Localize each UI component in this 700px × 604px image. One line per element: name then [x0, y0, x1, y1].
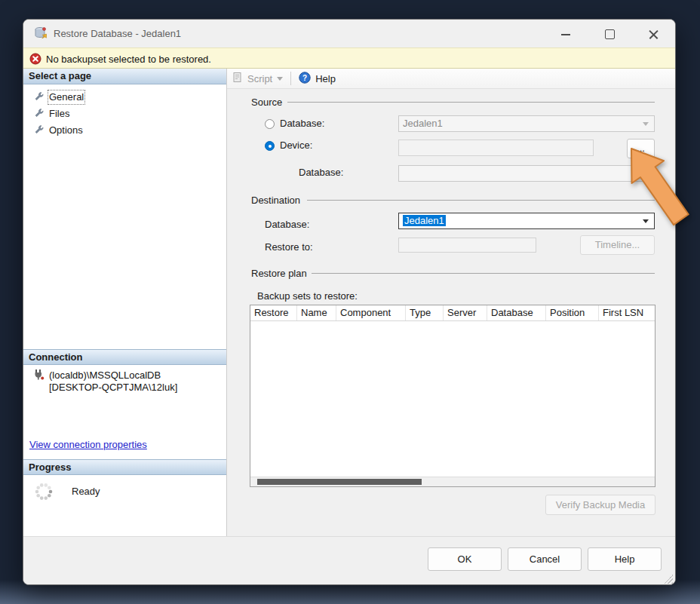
wrench-icon — [34, 91, 44, 103]
minimize-button[interactable] — [558, 26, 573, 41]
group-divider — [312, 273, 655, 274]
dialog-footer: OK Cancel Help — [23, 536, 675, 585]
warning-bar: No backupset selected to be restored. — [23, 48, 675, 69]
column-header-restore: Restore — [250, 305, 297, 320]
cancel-button[interactable]: Cancel — [508, 547, 582, 571]
database-radio-label: Database: — [280, 118, 324, 129]
connection-user: [DESKTOP-QCPTJMA\12luk] — [49, 382, 177, 394]
plug-icon — [32, 369, 45, 381]
toolbar: Script ? Help — [227, 69, 676, 89]
content-panel: Script ? Help Source Database: Jedalen1 — [227, 69, 676, 536]
sidebar-item-options[interactable]: Options — [34, 124, 83, 137]
sidebar-item-general[interactable]: General — [34, 90, 84, 104]
help-button[interactable]: Help — [588, 547, 662, 571]
warning-text: No backupset selected to be restored. — [46, 54, 211, 65]
source-database-value: Jedalen1 — [403, 118, 443, 129]
sidebar-item-files[interactable]: Files — [34, 107, 69, 121]
destination-database-label: Database: — [265, 219, 309, 230]
restore-plan-group-label: Restore plan — [251, 268, 307, 279]
scrollbar-thumb[interactable] — [257, 479, 422, 485]
help-circle-icon: ? — [299, 72, 311, 86]
group-divider — [287, 102, 655, 103]
window-title: Restore Database - Jedalen1 — [54, 28, 181, 39]
progress-header: Progress — [23, 459, 226, 475]
help-toolbar-button[interactable]: Help — [315, 73, 336, 84]
sidebar-item-label: Files — [49, 108, 69, 120]
svg-text:?: ? — [302, 73, 307, 81]
restore-database-dialog: Restore Database - Jedalen1 No backupset… — [23, 19, 676, 585]
desktop-background: Restore Database - Jedalen1 No backupset… — [0, 0, 700, 604]
table-header-row: Restore Name Component Type Server Datab… — [250, 305, 655, 321]
sidebar-item-label: General — [49, 91, 84, 103]
script-document-icon — [232, 72, 243, 85]
column-header-server: Server — [444, 305, 487, 320]
connection-header: Connection — [23, 349, 226, 365]
connection-info: (localdb)\MSSQLLocalDB [DESKTOP-QCPTJMA\… — [49, 369, 177, 394]
spinner-icon — [34, 482, 54, 501]
ok-button[interactable]: OK — [428, 547, 502, 571]
select-a-page-header: Select a page — [23, 69, 226, 84]
device-radio[interactable] — [265, 141, 275, 151]
orange-arrow-pointer — [612, 145, 700, 235]
destination-database-value: Jedalen1 — [403, 215, 446, 226]
script-button: Script — [247, 73, 272, 84]
backup-sets-label: Backup sets to restore: — [257, 290, 358, 302]
column-header-name: Name — [297, 305, 336, 320]
titlebar[interactable]: Restore Database - Jedalen1 — [23, 20, 675, 48]
connection-server: (localdb)\MSSQLLocalDB — [49, 369, 177, 382]
toolbar-separator — [290, 72, 291, 85]
group-divider — [307, 200, 655, 201]
column-header-type: Type — [406, 305, 444, 320]
backup-sets-table: Restore Name Component Type Server Datab… — [250, 305, 655, 487]
database-radio[interactable] — [265, 119, 275, 129]
close-button[interactable] — [646, 26, 661, 41]
wrench-icon — [34, 108, 44, 120]
horizontal-scrollbar[interactable] — [250, 477, 655, 486]
sidebar: Select a page General Files Options Con — [23, 69, 227, 536]
source-database2-label: Database: — [299, 167, 343, 178]
chevron-down-icon — [277, 77, 283, 81]
column-header-database: Database — [487, 305, 546, 320]
maximize-button[interactable] — [602, 26, 617, 41]
column-header-position: Position — [546, 305, 599, 320]
restore-to-input — [398, 238, 536, 253]
chevron-down-icon — [643, 122, 649, 126]
column-header-component: Component — [336, 305, 406, 320]
timeline-button: Timeline... — [580, 235, 655, 255]
wrench-icon — [34, 124, 44, 136]
source-database-combobox: Jedalen1 — [398, 115, 655, 132]
device-path-input — [398, 140, 594, 156]
column-header-first-lsn: First LSN — [599, 305, 655, 320]
view-connection-properties-link[interactable]: View connection properties — [29, 439, 147, 450]
restore-database-app-icon — [34, 26, 48, 40]
restore-to-label: Restore to: — [265, 241, 313, 253]
verify-backup-media-button: Verify Backup Media — [545, 495, 655, 515]
sidebar-item-label: Options — [49, 124, 83, 136]
resize-grip[interactable] — [664, 575, 673, 584]
device-radio-label: Device: — [280, 140, 312, 151]
error-circle-x-icon — [29, 53, 41, 65]
source-group-label: Source — [251, 97, 282, 108]
progress-status: Ready — [72, 486, 100, 497]
destination-group-label: Destination — [251, 195, 300, 206]
